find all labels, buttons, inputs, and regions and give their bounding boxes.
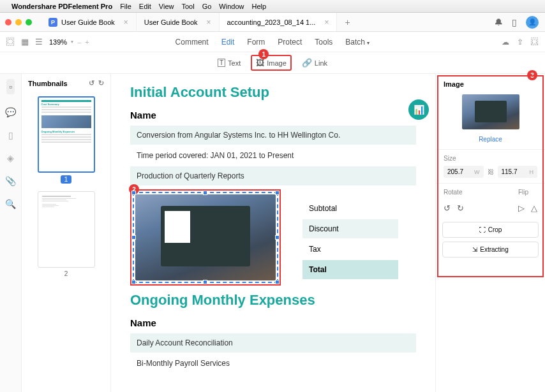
mobile-icon[interactable]: ▯ [512,17,517,27]
doc-text-row: Bi-Monthly Payroll Services [130,354,416,373]
panel-icon[interactable]: ⿴ [531,38,539,47]
resize-handle[interactable] [275,280,280,284]
new-tab-button[interactable]: + [337,17,357,27]
window-traffic-lights[interactable] [5,19,32,25]
thumbnail-page-number: 1 [61,175,72,184]
zoom-value[interactable]: 139% [49,38,67,46]
minimize-window-icon[interactable] [15,19,22,25]
resize-handle[interactable] [275,191,280,195]
share-icon[interactable]: ⇪ [517,38,523,47]
rotate-right-icon[interactable]: ↻ [98,79,104,87]
tab-comment[interactable]: Comment [175,38,209,47]
resize-handle[interactable] [203,191,207,195]
tab-label: User Guide Book [144,18,198,26]
close-tab-icon[interactable]: × [124,18,128,27]
document-tab-active[interactable]: accounting_2023_08_14 1... × [220,13,338,31]
resize-handle[interactable] [203,280,207,284]
main-toolbar: ⿴ ▦ ☰ 139% ▾ – + Comment Edit Form Prote… [0,32,545,52]
left-icon-rail: ▫ 💬 ▯ ◈ 📎 🔍 [0,74,22,392]
menu-window[interactable]: Window [219,3,244,10]
doc-text-row: Daily Account Reconciliation [130,333,416,352]
text-tool-button[interactable]: T Text [218,59,241,67]
cloud-icon[interactable]: ☁ [502,38,509,47]
document-tab[interactable]: User Guide Book × [137,13,220,31]
thumbnails-view-icon[interactable]: ▦ [21,37,29,47]
macos-menubar: Wondershare PDFelement Pro File Edit Vie… [0,0,545,13]
page-thumbnail-2[interactable]: 2 [38,191,95,277]
doc-text-row: Production of Quarterly Reports [130,166,416,185]
close-tab-icon[interactable]: × [324,18,329,27]
maximize-window-icon[interactable] [26,19,32,25]
doc-text-row: Discount [302,219,398,238]
resize-handle[interactable] [131,235,136,240]
close-tab-icon[interactable]: × [207,18,211,27]
resize-handle[interactable] [131,191,136,195]
tab-form[interactable]: Form [247,38,265,47]
thumbnails-panel: Thumbnails ↺ ↻ Cost Summary Ongoing Mont… [22,74,111,392]
tab-tools[interactable]: Tools [315,38,332,47]
chevron-down-icon: ▾ [367,40,370,46]
doc-heading: Ongoing Monthly Expenses [130,292,416,309]
text-icon: T [218,59,225,67]
doc-heading: Initial Account Setup [130,84,416,101]
chevron-down-icon[interactable]: ▾ [71,39,73,45]
embedded-image[interactable] [135,194,276,280]
doc-text-row: Subtotal [302,199,398,218]
tab-label: User Guide Book [61,18,115,26]
bell-icon[interactable]: 🔔︎ [494,17,503,27]
image-icon: 🖼 [256,58,264,68]
zoom-in-button[interactable]: + [85,38,89,46]
image-properties-panel: 3 Image Replace Size 205.7 W ⛓ 115.7 H [435,74,545,392]
doc-subheading: Name [130,317,416,328]
doc-text-row: Total [302,260,398,279]
thumbnail-page-number: 2 [64,270,68,277]
thumbnails-title: Thumbnails [28,80,68,87]
menu-go[interactable]: Go [202,3,212,10]
page-thumbnail-1[interactable]: Cost Summary Ongoing Monthly Expenses 1 [38,96,95,184]
attachments-rail-icon[interactable]: 📎 [5,176,16,186]
user-avatar[interactable]: 👤 [526,16,539,29]
pdf-file-icon: P [49,18,57,27]
menu-edit[interactable]: Edit [139,3,151,10]
image-tool-button[interactable]: 🖼 Image 1 [251,55,292,71]
callout-badge-1: 1 [258,49,269,59]
tab-batch[interactable]: Batch ▾ [345,38,370,47]
menu-tool[interactable]: Tool [181,3,194,10]
rotate-left-icon[interactable]: ↺ [89,79,94,87]
sidebar-toggle-icon[interactable]: ⿴ [6,37,15,47]
thumbnails-rail-icon[interactable]: ▫ [6,79,15,94]
tab-edit[interactable]: Edit [221,38,235,47]
edit-sub-toolbar: T Text 🖼 Image 1 🔗 Link [0,52,545,74]
image-preview [462,94,519,129]
zoom-control[interactable]: 139% ▾ – + [49,38,89,46]
link-tool-button[interactable]: 🔗 Link [302,58,327,68]
doc-text-row: Tax [302,240,398,259]
selected-image-object[interactable]: 2 Subtotal Discount [130,189,416,279]
bookmarks-rail-icon[interactable]: ▯ [8,130,13,140]
document-viewer[interactable]: 📊 Initial Account Setup Name Conversion … [111,74,435,392]
tab-protect[interactable]: Protect [278,38,302,47]
document-tabbar: P User Guide Book × User Guide Book × ac… [0,13,545,32]
document-tab[interactable]: P User Guide Book × [41,13,137,31]
menu-file[interactable]: File [120,3,131,10]
tab-label: accounting_2023_08_14 1... [227,18,316,26]
main-content-area: ▫ 💬 ▯ ◈ 📎 🔍 Thumbnails ↺ ↻ Cost Summary … [0,74,545,392]
link-icon: 🔗 [302,58,312,68]
doc-text-row: Time period covered: JAN 01, 2021 to Pre… [130,146,416,165]
comments-rail-icon[interactable]: 💬 [5,107,16,117]
close-window-icon[interactable] [5,19,11,25]
menu-view[interactable]: View [159,3,174,10]
zoom-out-button[interactable]: – [77,38,81,46]
resize-handle[interactable] [275,235,280,240]
single-page-icon[interactable]: ☰ [35,37,43,47]
doc-subheading: Name [130,110,416,120]
search-rail-icon[interactable]: 🔍 [5,199,16,209]
resize-handle[interactable] [131,280,136,284]
doc-text-row: Conversion from Angular Systems Inc. to … [130,126,416,145]
app-name[interactable]: Wondershare PDFelement Pro [11,3,112,10]
layers-rail-icon[interactable]: ◈ [7,153,14,163]
floating-action-button[interactable]: 📊 [408,99,429,120]
menu-help[interactable]: Help [251,3,266,10]
